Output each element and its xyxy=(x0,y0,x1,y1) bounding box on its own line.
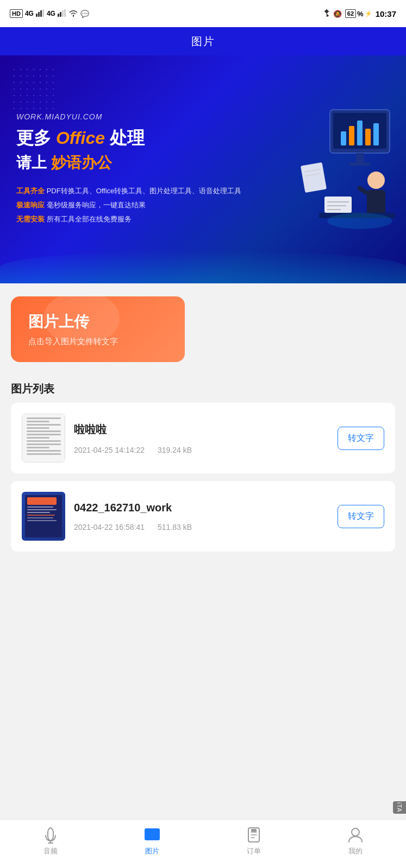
nav-label-mine: 我的 xyxy=(348,846,363,856)
nav-label-audio: 音频 xyxy=(43,846,58,856)
file-date-1: 2021-04-25 14:14:22 xyxy=(74,446,145,454)
doc-line xyxy=(27,424,61,426)
top-nav: 图片 xyxy=(0,27,406,55)
upload-subtitle: 点击导入图片文件转文字 xyxy=(28,337,167,347)
svg-rect-4 xyxy=(58,14,59,17)
doc-line xyxy=(27,417,61,419)
doc-line xyxy=(27,434,61,435)
hd-indicator: HD xyxy=(10,9,23,18)
banner-title-sub: 请上 妙语办公 xyxy=(16,153,390,173)
banner-content: WORK.MIADYUI.COM 更多 Office 处理 请上 妙语办公 工具… xyxy=(16,112,390,226)
convert-button-1[interactable]: 转文字 xyxy=(338,427,384,450)
doc-line xyxy=(27,440,61,442)
svg-rect-1 xyxy=(38,12,40,17)
mute-icon: 🔕 xyxy=(333,10,342,18)
wifi-icon xyxy=(68,9,78,18)
doc-line xyxy=(27,447,49,448)
file-meta-1: 2021-04-25 14:14:22 319.24 kB xyxy=(74,446,329,454)
img-preview-2 xyxy=(22,492,65,541)
watermark: iTA xyxy=(393,801,406,814)
list-section: 图片列表 啦啦啦 2021-04-25 14:14:22 xyxy=(0,371,406,559)
order-icon xyxy=(245,827,263,844)
nav-label-order: 订单 xyxy=(247,846,261,856)
svg-point-38 xyxy=(352,828,359,836)
doc-preview-1 xyxy=(22,414,65,462)
banner-dots xyxy=(11,66,54,110)
nav-item-audio[interactable]: 音频 xyxy=(0,827,102,856)
message-icon: 💬 xyxy=(80,10,89,18)
doc-line xyxy=(27,437,49,439)
doc-line xyxy=(27,453,61,455)
banner-features: 工具齐全 PDF转换工具、Office转换工具、图片处理工具、语音处理工具 极速… xyxy=(16,184,390,226)
file-size-2: 511.83 kB xyxy=(158,523,192,531)
upload-title: 图片上传 xyxy=(28,312,167,332)
battery-icon: 62% ⚡ xyxy=(345,9,372,18)
svg-rect-3 xyxy=(42,9,44,17)
status-left: HD 4G 4G 💬 xyxy=(10,9,89,18)
svg-rect-7 xyxy=(64,9,66,17)
feature-3: 无需安装 所有工具全部在线免费服务 xyxy=(16,212,390,226)
mine-icon xyxy=(347,827,364,844)
file-info-1: 啦啦啦 2021-04-25 14:14:22 319.24 kB xyxy=(74,422,329,454)
banner-wave xyxy=(0,251,406,283)
file-action-2: 转文字 xyxy=(338,505,384,528)
bottom-nav: 音频 图片 订单 xyxy=(0,819,406,868)
nav-item-order[interactable]: 订单 xyxy=(203,827,305,856)
image-icon xyxy=(143,827,161,844)
doc-line xyxy=(27,443,61,445)
page-title: 图片 xyxy=(191,34,215,49)
file-info-2: 0422_162710_work 2021-04-22 16:58:41 511… xyxy=(74,502,329,531)
signal-4g-1: 4G xyxy=(25,10,34,17)
banner-url: WORK.MIADYUI.COM xyxy=(16,112,390,121)
banner: WORK.MIADYUI.COM 更多 Office 处理 请上 妙语办公 工具… xyxy=(0,55,406,283)
doc-line xyxy=(27,430,61,432)
signal-4g-2: 4G xyxy=(47,10,55,17)
nav-item-mine[interactable]: 我的 xyxy=(304,827,406,856)
file-meta-2: 2021-04-22 16:58:41 511.83 kB xyxy=(74,523,329,531)
signal-bars-2 xyxy=(58,9,66,18)
bluetooth-icon xyxy=(323,9,330,19)
svg-rect-37 xyxy=(251,829,257,832)
status-right: 🔕 62% ⚡ 10:37 xyxy=(323,9,396,19)
svg-rect-5 xyxy=(60,12,61,17)
svg-point-32 xyxy=(147,831,151,834)
upload-button[interactable]: 图片上传 点击导入图片文件转文字 xyxy=(11,296,185,362)
signal-bars xyxy=(36,9,45,18)
feature-1: 工具齐全 PDF转换工具、Office转换工具、图片处理工具、语音处理工具 xyxy=(16,184,390,198)
file-item: 啦啦啦 2021-04-25 14:14:22 319.24 kB 转文字 xyxy=(11,403,395,473)
upload-section: 图片上传 点击导入图片文件转文字 xyxy=(0,283,406,371)
svg-rect-0 xyxy=(36,14,38,17)
svg-rect-2 xyxy=(40,10,42,17)
file-name-2: 0422_162710_work xyxy=(74,502,329,514)
doc-line xyxy=(27,421,49,422)
convert-button-2[interactable]: 转文字 xyxy=(338,505,384,528)
audio-icon xyxy=(42,827,59,844)
doc-line xyxy=(27,427,49,429)
file-item-2: 0422_162710_work 2021-04-22 16:58:41 511… xyxy=(11,481,395,552)
file-date-2: 2021-04-22 16:58:41 xyxy=(74,523,145,531)
banner-title-main: 更多 Office 处理 xyxy=(16,128,390,148)
nav-item-image[interactable]: 图片 xyxy=(102,827,203,856)
file-action-1: 转文字 xyxy=(338,427,384,450)
svg-rect-6 xyxy=(62,10,64,17)
list-title: 图片列表 xyxy=(11,371,395,403)
time: 10:37 xyxy=(376,9,396,18)
file-name-1: 啦啦啦 xyxy=(74,422,329,437)
nav-label-image: 图片 xyxy=(145,846,159,856)
file-thumb-2 xyxy=(22,492,65,541)
doc-line xyxy=(27,450,61,452)
file-thumb-1 xyxy=(22,414,65,462)
status-bar: HD 4G 4G 💬 xyxy=(0,0,406,27)
feature-2: 极速响应 毫秒级服务响应，一键直达结果 xyxy=(16,198,390,212)
file-size-1: 319.24 kB xyxy=(158,446,192,454)
